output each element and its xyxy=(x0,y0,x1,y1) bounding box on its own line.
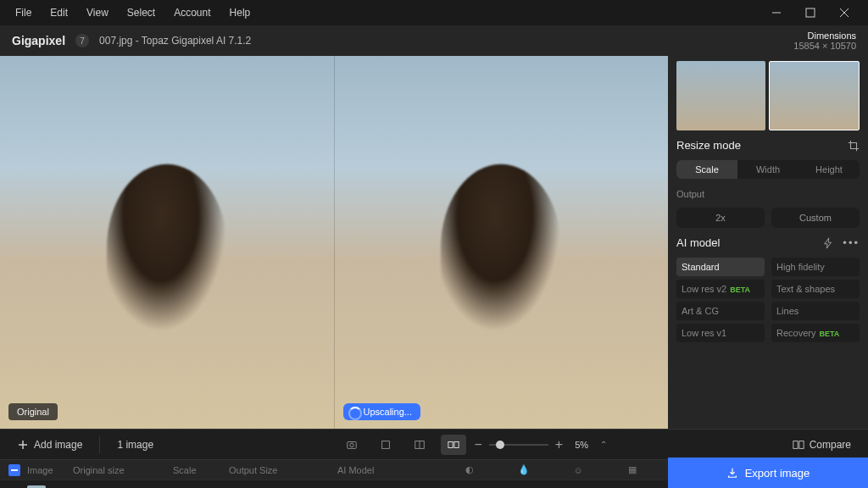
ai-model-title: AI model xyxy=(676,236,720,249)
brand-version-badge: 7 xyxy=(75,34,89,47)
header-icon: ◐ xyxy=(446,464,493,475)
menu-view[interactable]: View xyxy=(78,3,117,22)
output-label: Output xyxy=(676,189,860,199)
zoom-value[interactable]: 5% xyxy=(570,440,593,450)
more-icon[interactable]: ••• xyxy=(843,236,860,249)
resize-mode-title: Resize mode xyxy=(676,139,741,152)
compare-button[interactable]: Compare xyxy=(784,434,860,456)
zoom-slider[interactable] xyxy=(489,444,548,446)
model-low-res-v2[interactable]: Low res v2BETA xyxy=(676,280,765,298)
document-title: 007.jpg - Topaz Gigapixel AI 7.1.2 xyxy=(99,35,251,47)
zoom-control: − + 5% ⌃ xyxy=(475,437,608,452)
svg-rect-8 xyxy=(799,441,804,448)
main-area: Original Upscaling... Resize mode Scale … xyxy=(0,56,868,429)
menu-account[interactable]: Account xyxy=(165,3,219,22)
titlebar: File Edit View Select Account Help xyxy=(0,0,868,25)
original-badge: Original xyxy=(8,403,58,420)
zoom-in[interactable]: + xyxy=(555,437,563,452)
svg-rect-6 xyxy=(453,441,458,447)
zoom-out[interactable]: − xyxy=(475,437,482,452)
menu-file[interactable]: File xyxy=(7,3,40,22)
bolt-icon[interactable] xyxy=(822,237,834,249)
output-options: 2x Custom xyxy=(676,208,860,228)
thumbnail-strip xyxy=(676,61,860,130)
thumbnail-selected[interactable] xyxy=(769,61,860,130)
close-button[interactable] xyxy=(827,0,861,25)
view-side-by-side[interactable] xyxy=(441,435,466,455)
compare-icon xyxy=(793,439,804,451)
brand-name: Gigapixel xyxy=(12,34,65,47)
output-2x[interactable]: 2x xyxy=(676,208,765,228)
dimensions-value: 15854 × 10570 xyxy=(793,41,856,51)
model-standard[interactable]: Standard xyxy=(676,258,765,276)
svg-rect-1 xyxy=(347,441,356,448)
plus-icon xyxy=(17,439,29,451)
window-controls xyxy=(760,0,861,25)
model-text-shapes[interactable]: Text & shapes xyxy=(771,280,860,298)
header-output: Output Size xyxy=(229,465,331,475)
ai-model-header: AI model ••• xyxy=(676,236,860,249)
crop-icon[interactable] xyxy=(848,140,860,152)
tab-scale[interactable]: Scale xyxy=(676,160,737,179)
svg-rect-5 xyxy=(448,441,452,447)
preview-pane[interactable]: Original Upscaling... xyxy=(0,56,668,429)
add-image-button[interactable]: Add image xyxy=(8,434,91,456)
preview-upscaled: Upscaling... xyxy=(334,56,669,429)
dimensions-readout: Dimensions 15854 × 10570 xyxy=(793,30,856,51)
export-button[interactable]: Export image xyxy=(668,458,868,488)
select-all-checkbox[interactable] xyxy=(8,464,20,476)
resize-mode-header: Resize mode xyxy=(676,139,860,152)
thumbnail[interactable] xyxy=(676,61,765,130)
view-single[interactable] xyxy=(373,435,398,455)
minimize-button[interactable] xyxy=(760,0,793,25)
bottom-toolbar: Add image 1 image − + 5% ⌃ Compare xyxy=(0,429,868,459)
preview-original: Original xyxy=(0,56,334,429)
menu-edit[interactable]: Edit xyxy=(42,3,76,22)
output-custom[interactable]: Custom xyxy=(771,208,860,228)
maximize-button[interactable] xyxy=(793,0,827,25)
header-image: Image xyxy=(27,465,66,475)
header-icon: ▦ xyxy=(609,464,656,475)
ai-model-grid: Standard High fidelity Low res v2BETA Te… xyxy=(676,258,860,342)
tab-height[interactable]: Height xyxy=(798,160,860,179)
svg-rect-3 xyxy=(381,441,389,448)
svg-rect-0 xyxy=(806,8,815,17)
header-model: AI Model xyxy=(337,465,439,475)
menu-select[interactable]: Select xyxy=(119,3,164,22)
side-panel: Resize mode Scale Width Height Output 2x… xyxy=(668,56,868,429)
model-recovery[interactable]: RecoveryBETA xyxy=(771,324,860,342)
header-original: Original size xyxy=(73,465,166,475)
subheader: Gigapixel 7 007.jpg - Topaz Gigapixel AI… xyxy=(0,25,868,56)
upscaling-badge: Upscaling... xyxy=(343,403,420,420)
svg-rect-7 xyxy=(793,441,798,448)
model-lines[interactable]: Lines xyxy=(771,302,860,320)
header-icon: ☺ xyxy=(554,465,602,475)
view-split[interactable] xyxy=(407,435,432,455)
model-high-fidelity[interactable]: High fidelity xyxy=(771,258,860,276)
header-icon: 💧 xyxy=(500,464,548,475)
dimensions-label: Dimensions xyxy=(793,30,856,41)
image-count: 1 image xyxy=(108,434,162,456)
header-scale: Scale xyxy=(173,465,222,475)
main-menu: File Edit View Select Account Help xyxy=(7,3,259,22)
export-icon xyxy=(726,467,738,479)
svg-point-2 xyxy=(349,443,353,446)
resize-mode-tabs: Scale Width Height xyxy=(676,160,860,179)
model-low-res-v1[interactable]: Low res v1 xyxy=(676,324,765,342)
camera-icon[interactable] xyxy=(339,435,364,455)
row-thumbnail xyxy=(27,485,46,489)
model-art-cg[interactable]: Art & CG xyxy=(676,302,765,320)
menu-help[interactable]: Help xyxy=(221,3,259,22)
tab-width[interactable]: Width xyxy=(737,160,798,179)
zoom-chevron-icon[interactable]: ⌃ xyxy=(600,440,607,449)
